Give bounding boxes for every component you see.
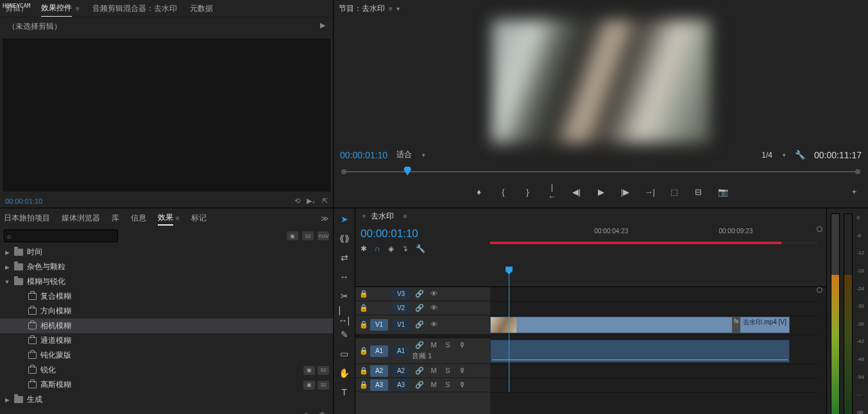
track-header-audio[interactable]: 🔒A1A1🔗MS🎙音频 1 — [355, 338, 490, 364]
step-back-button[interactable]: ◀| — [572, 187, 582, 197]
program-timecode[interactable]: 00:00:01:10 — [340, 150, 387, 160]
sequence-tab[interactable]: 去水印 — [371, 211, 394, 222]
settings-icon[interactable]: 🔧 — [795, 150, 805, 160]
tab-project[interactable]: 日本旅拍项目 — [4, 211, 50, 225]
timeline-menu-icon[interactable]: ≡ — [403, 213, 407, 220]
program-dropdown-icon[interactable]: ▾ — [396, 5, 400, 12]
more-tabs-icon[interactable]: ≫ — [321, 214, 329, 223]
track-header-audio[interactable]: 🔒A2A2🔗MS🎙 — [355, 364, 490, 378]
sync-icon[interactable]: 🔗 — [414, 304, 425, 312]
export-icon[interactable]: ⇱ — [322, 197, 328, 205]
only-icon[interactable]: ▶︎₊ — [307, 197, 316, 205]
tree-row[interactable]: ▶杂色与颗粒 — [0, 260, 333, 274]
step-fwd-button[interactable]: |▶ — [620, 187, 631, 197]
lock-icon[interactable]: 🔒 — [359, 347, 368, 355]
tree-row[interactable]: ▶生成 — [0, 392, 333, 407]
work-area-end-icon[interactable] — [817, 226, 822, 232]
add-marker-button[interactable]: ♦ — [474, 187, 484, 197]
tree-row[interactable]: 通道模糊 — [0, 333, 333, 348]
tree-row[interactable]: 锐化▣32 — [0, 363, 333, 377]
ripple-tool[interactable]: ⇄ — [339, 252, 350, 263]
lock-icon[interactable]: 🔒 — [359, 290, 368, 298]
lock-icon[interactable]: 🔒 — [359, 320, 368, 329]
mute-button[interactable]: M — [429, 341, 439, 349]
mute-button[interactable]: M — [429, 367, 439, 375]
track-target-button[interactable]: V3 — [392, 288, 410, 300]
twisty-icon[interactable]: ▶ — [4, 249, 10, 256]
sync-icon[interactable]: 🔗 — [414, 381, 425, 389]
solo-button[interactable]: S — [443, 341, 453, 349]
lock-icon[interactable]: 🔒 — [359, 381, 368, 389]
scrubber-end-icon[interactable] — [855, 169, 860, 174]
marker-add-icon[interactable]: ◈ — [388, 244, 394, 253]
src-patch-button[interactable]: A2 — [370, 365, 388, 377]
yuv-badge-icon[interactable]: YUV — [318, 231, 329, 240]
slip-tool[interactable]: |↔| — [339, 310, 350, 321]
panel-menu-icon[interactable]: ≡ — [76, 5, 80, 12]
tab-libraries[interactable]: 库 — [112, 211, 119, 225]
tab-effects[interactable]: 效果 — [158, 211, 173, 226]
button-editor-icon[interactable]: ＋ — [849, 186, 859, 197]
eye-icon[interactable]: 👁 — [429, 320, 439, 329]
tab-audio-mixer[interactable]: 音频剪辑混合器：去水印 — [92, 1, 177, 17]
type-tool[interactable]: T — [339, 386, 350, 398]
linked-sel-icon[interactable]: ∩ — [375, 244, 380, 253]
sync-icon[interactable]: 🔗 — [414, 367, 425, 375]
tab-info[interactable]: 信息 — [131, 211, 146, 225]
sequence-settings-icon[interactable]: ↴ — [402, 244, 408, 253]
track-target-button[interactable]: A3 — [392, 379, 410, 391]
play-button[interactable]: ▶ — [596, 187, 606, 197]
lock-icon[interactable]: 🔒 — [359, 367, 368, 375]
track-target-button[interactable]: V1 — [392, 319, 410, 331]
rect-tool[interactable]: ▭ — [339, 348, 350, 360]
twisty-icon[interactable]: ▶ — [4, 264, 10, 270]
twisty-icon[interactable]: ▶ — [4, 397, 10, 403]
zoom-fit-dropdown[interactable]: 适合▾ — [396, 148, 425, 161]
selection-tool[interactable]: ➤ — [339, 213, 350, 225]
tree-row[interactable]: ▶时间 — [0, 245, 333, 260]
timeline-ruler[interactable]: 00:00:04:23 00:00:09:23 — [490, 224, 826, 287]
fx-badge[interactable]: fx — [732, 317, 740, 333]
wrench-icon[interactable]: 🔧 — [416, 244, 425, 253]
go-in-button[interactable]: |← — [547, 182, 557, 201]
new-bin-icon[interactable]: 🗀 — [303, 411, 311, 414]
timeline-tracks[interactable]: fx去水印.mp4 [V] — [490, 287, 826, 414]
program-menu-icon[interactable]: ≡ — [389, 5, 393, 12]
eye-icon[interactable]: 👁 — [429, 304, 439, 312]
track-header-video[interactable]: 🔒V3🔗👁 — [355, 287, 490, 301]
scrubber-start-icon[interactable] — [341, 169, 346, 174]
tab-media-browser[interactable]: 媒体浏览器 — [62, 211, 100, 225]
accel-badge-icon[interactable]: ▣ — [287, 231, 298, 240]
play-arrow-icon[interactable]: ▶ — [320, 21, 325, 32]
tab-metadata[interactable]: 元数据 — [190, 1, 213, 17]
voice-icon[interactable]: 🎙 — [457, 381, 467, 389]
razor-tool[interactable]: ✂ — [339, 290, 350, 302]
program-scrubber[interactable] — [341, 165, 860, 178]
effects-menu-icon[interactable]: ≡ — [176, 215, 180, 222]
solo-button[interactable]: S — [443, 381, 453, 389]
tree-row[interactable]: 复合模糊 — [0, 289, 333, 304]
loop-icon[interactable]: ⟲ — [294, 197, 300, 205]
solo-button[interactable]: S — [443, 367, 453, 375]
scroll-circle-top[interactable] — [817, 287, 822, 293]
eye-icon[interactable]: 👁 — [429, 290, 439, 298]
track-header-video[interactable]: 🔒V2🔗👁 — [355, 301, 490, 315]
go-out-button[interactable]: →| — [645, 187, 655, 197]
src-patch-button[interactable]: A3 — [370, 379, 388, 391]
tab-effect-controls[interactable]: 效果控件 — [41, 0, 72, 17]
video-clip[interactable]: fx去水印.mp4 [V] — [490, 317, 790, 333]
pen-tool[interactable]: ✎ — [339, 329, 350, 340]
rate-stretch-tool[interactable]: ↔ — [339, 271, 350, 283]
close-sequence-icon[interactable]: × — [362, 212, 366, 220]
twisty-icon[interactable]: ▼ — [4, 279, 10, 285]
resolution-dropdown[interactable]: 1/4▾ — [762, 149, 786, 161]
voice-icon[interactable]: 🎙 — [457, 341, 467, 349]
tab-markers[interactable]: 标记 — [191, 211, 207, 225]
delete-icon[interactable]: 🗑 — [319, 411, 327, 414]
snap-icon[interactable]: ✱ — [361, 244, 367, 253]
source-timecode[interactable]: 00:00:01:10 — [5, 197, 42, 205]
export-frame-button[interactable]: 📷 — [718, 187, 728, 197]
hand-tool[interactable]: ✋ — [339, 367, 350, 379]
track-target-button[interactable]: V2 — [392, 302, 410, 314]
mark-in-button[interactable]: { — [498, 187, 509, 197]
